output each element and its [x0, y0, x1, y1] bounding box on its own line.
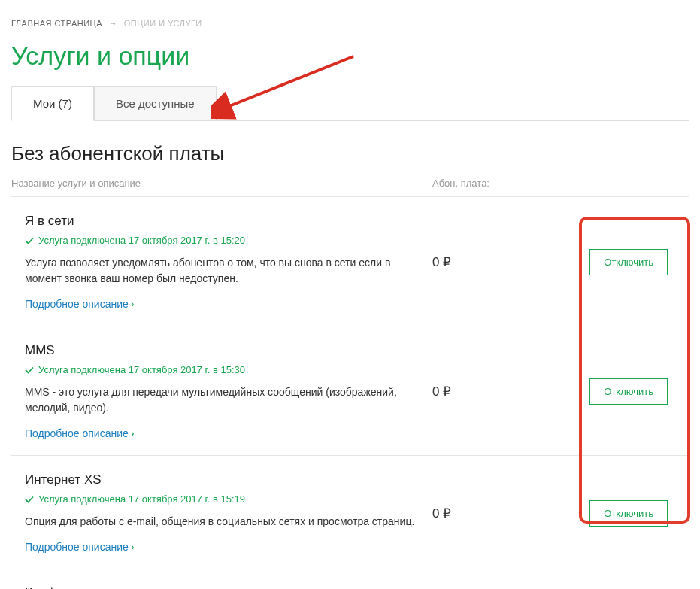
service-status: Услуга подключена 17 октября 2017 г. в 1… — [25, 364, 417, 375]
check-icon — [25, 366, 34, 375]
service-description: MMS - это услуга для передачи мультимеди… — [25, 384, 417, 416]
details-link[interactable]: Подробное описание › — [25, 298, 134, 310]
service-status-text: Услуга подключена 17 октября 2017 г. в 1… — [38, 493, 245, 505]
details-link[interactable]: Подробное описание › — [25, 427, 134, 439]
header-name: Название услуги и описание — [11, 178, 432, 189]
list-item: Конференц-связь Услуга подключена 5 сент… — [11, 569, 689, 589]
list-item: MMS Услуга подключена 17 октября 2017 г.… — [11, 326, 689, 455]
arrow-right-icon: → — [109, 19, 118, 28]
breadcrumb: ГЛАВНАЯ СТРАНИЦА → ОПЦИИ И УСЛУГИ — [11, 19, 689, 28]
service-list: Я в сети Услуга подключена 17 октября 20… — [11, 196, 689, 589]
details-label: Подробное описание — [25, 298, 129, 310]
service-name: Я в сети — [25, 214, 417, 229]
service-status: Услуга подключена 17 октября 2017 г. в 1… — [25, 235, 417, 246]
breadcrumb-home-link[interactable]: ГЛАВНАЯ СТРАНИЦА — [11, 19, 102, 28]
page-title: Услуги и опции — [11, 41, 689, 71]
tab-my-services[interactable]: Мои (7) — [11, 86, 94, 121]
section-title: Без абонентской платы — [11, 142, 689, 165]
service-price: 0 ₽ — [432, 506, 538, 521]
details-link[interactable]: Подробное описание › — [25, 541, 134, 553]
check-icon — [25, 495, 34, 504]
service-price: 0 ₽ — [432, 384, 538, 399]
details-label: Подробное описание — [25, 541, 129, 553]
chevron-right-icon: › — [132, 429, 135, 438]
disable-button[interactable]: Отключить — [589, 249, 668, 275]
check-icon — [25, 236, 34, 245]
service-price: 0 ₽ — [432, 254, 538, 270]
service-description: Опция для работы с e-mail, общения в соц… — [25, 514, 417, 530]
service-description: Услуга позволяет уведомлять абонентов о … — [25, 255, 417, 287]
service-name: MMS — [25, 343, 417, 358]
service-status-text: Услуга подключена 17 октября 2017 г. в 1… — [38, 235, 245, 246]
service-status-text: Услуга подключена 17 октября 2017 г. в 1… — [38, 364, 245, 375]
disable-button[interactable]: Отключить — [589, 500, 668, 527]
details-label: Подробное описание — [25, 427, 129, 439]
breadcrumb-current: ОПЦИИ И УСЛУГИ — [124, 19, 202, 28]
list-item: Интернет XS Услуга подключена 17 октября… — [11, 455, 689, 569]
chevron-right-icon: › — [132, 299, 135, 308]
header-fee: Абон. плата: — [432, 178, 689, 189]
chevron-right-icon: › — [132, 542, 135, 551]
disable-button[interactable]: Отключить — [589, 378, 668, 405]
tabs: Мои (7) Все доступные — [11, 86, 689, 121]
service-name: Интернет XS — [25, 472, 417, 487]
list-header: Название услуги и описание Абон. плата: — [11, 178, 689, 189]
service-status: Услуга подключена 17 октября 2017 г. в 1… — [25, 493, 417, 505]
list-item: Я в сети Услуга подключена 17 октября 20… — [11, 196, 689, 326]
service-name: Конференц-связь — [25, 586, 417, 589]
tab-all-available[interactable]: Все доступные — [94, 86, 217, 120]
